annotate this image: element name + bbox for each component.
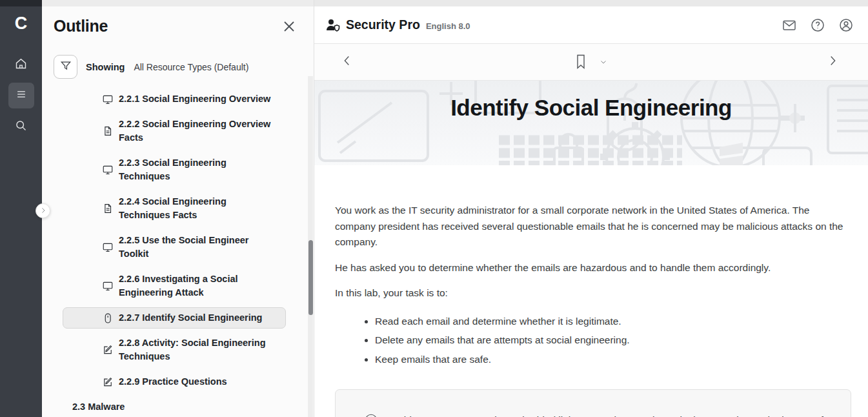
- document-icon: [102, 203, 114, 214]
- outline-item-label: 2.2.6 Investigating a Social Engineering…: [119, 272, 279, 300]
- monitor-icon: [102, 280, 114, 292]
- outline-item-selected[interactable]: 2.2.7 Identify Social Engineering: [63, 307, 286, 329]
- outline-section-header: 2.3 Malware: [63, 396, 286, 417]
- resource-filter-button[interactable]: [54, 55, 77, 79]
- mouse-icon: [102, 312, 114, 324]
- outline-list: 2.2.1 Social Engineering Overview 2.2.2 …: [63, 88, 287, 417]
- security-pro-logo-icon: [325, 17, 341, 33]
- outline-item[interactable]: 2.2.9 Practice Questions: [63, 371, 286, 392]
- rail-top-strip: [0, 0, 42, 6]
- outline-title: Outline: [54, 17, 108, 36]
- outline-scrollbar-thumb[interactable]: [308, 240, 313, 315]
- outline-item-label: 2.2.4 Social Engineering Techniques Fact…: [119, 195, 279, 222]
- close-icon: [281, 25, 297, 36]
- outline-item-label: 2.2.5 Use the Social Engineer Toolkit: [119, 234, 279, 261]
- hint-note-text: Hold your mouse over the embedded links …: [391, 412, 830, 417]
- main-top-strip: [314, 0, 868, 6]
- outline-item[interactable]: 2.2.2 Social Engineering Overview Facts: [63, 114, 286, 148]
- outline-item[interactable]: 2.2.1 Social Engineering Overview: [63, 88, 286, 110]
- outline-item-label: 2.2.7 Identify Social Engineering: [119, 311, 262, 325]
- chevron-right-icon: [825, 59, 840, 70]
- banner-background-pattern: [314, 81, 868, 165]
- app-header: Security Pro English 8.0: [314, 6, 868, 44]
- task-item: Read each email and determine whether it…: [375, 314, 827, 329]
- lab-scenario: You work as the IT security administrato…: [314, 165, 868, 417]
- app-window: C Outline: [0, 0, 868, 417]
- filter-icon: [59, 59, 72, 75]
- monitor-icon: [102, 164, 114, 176]
- search-icon: [14, 119, 28, 135]
- edit-icon: [102, 344, 114, 356]
- search-button[interactable]: [8, 114, 34, 139]
- outline-item-label: 2.2.3 Social Engineering Techniques: [119, 156, 279, 183]
- lesson-banner: Identify Social Engineering: [314, 81, 868, 165]
- task-item: Keep emails that are safe.: [375, 352, 827, 367]
- info-icon: [364, 413, 378, 417]
- edit-icon: [102, 376, 114, 388]
- outline-item[interactable]: 2.2.5 Use the Social Engineer Toolkit: [63, 230, 286, 265]
- outline-item-label: 2.2.2 Social Engineering Overview Facts: [119, 117, 279, 145]
- bookmark-button[interactable]: [574, 54, 589, 70]
- bookmark-icon: [574, 61, 587, 72]
- outline-item[interactable]: 2.2.3 Social Engineering Techniques: [63, 152, 286, 187]
- close-outline-button[interactable]: [281, 19, 297, 34]
- chevron-down-icon: [599, 57, 608, 68]
- chevron-left-icon: [340, 59, 354, 70]
- home-button[interactable]: [8, 52, 34, 77]
- document-icon: [102, 125, 114, 137]
- outline-item[interactable]: 2.2.6 Investigating a Social Engineering…: [63, 269, 286, 303]
- scenario-paragraph: In this lab, your task is to:: [335, 285, 845, 301]
- product-edition: English 8.0: [426, 21, 470, 31]
- bookmark-menu-button[interactable]: [599, 57, 608, 66]
- product-title: Security Pro: [346, 17, 420, 32]
- outline-panel: Outline Showing All Resource Types (Defa…: [42, 0, 314, 417]
- scenario-paragraph: He has asked you to determine whether th…: [335, 260, 845, 276]
- filter-showing-label: Showing: [86, 62, 125, 72]
- mail-icon: [782, 24, 797, 35]
- monitor-icon: [102, 241, 114, 253]
- account-button[interactable]: [838, 17, 854, 33]
- outline-item[interactable]: 2.2.4 Social Engineering Techniques Fact…: [63, 191, 286, 226]
- menu-icon: [15, 88, 28, 103]
- scenario-paragraph: You work as the IT security administrato…: [335, 203, 845, 250]
- outline-menu-button[interactable]: [8, 83, 34, 108]
- chevron-right-icon: [39, 205, 47, 217]
- filter-value: All Resource Types (Default): [134, 62, 248, 72]
- hint-note-box: Hold your mouse over the embedded links …: [335, 389, 851, 417]
- outline-scrollbar-track[interactable]: [308, 76, 313, 417]
- outline-section-label: 2.3 Malware: [72, 400, 125, 414]
- previous-lesson-button[interactable]: [340, 54, 357, 70]
- monitor-icon: [102, 94, 114, 105]
- task-item: Delete any emails that are attempts at s…: [375, 333, 827, 347]
- help-button[interactable]: [810, 17, 825, 33]
- profile-icon: [838, 24, 854, 35]
- lab-title: Identify Social Engineering: [314, 95, 868, 121]
- outline-item[interactable]: 2.2.8 Activity: Social Engineering Techn…: [63, 332, 286, 367]
- main-content: Security Pro English 8.0: [314, 0, 868, 417]
- messages-button[interactable]: [782, 17, 797, 33]
- task-list: Read each email and determine whether it…: [375, 314, 827, 367]
- lesson-navbar: [314, 44, 868, 81]
- outline-item-label: 2.2.9 Practice Questions: [119, 375, 227, 389]
- home-icon: [14, 57, 28, 73]
- collapse-rail-button[interactable]: [35, 203, 50, 218]
- panel-top-strip: [42, 0, 314, 6]
- outline-item-label: 2.2.8 Activity: Social Engineering Techn…: [119, 336, 279, 363]
- help-icon: [810, 24, 825, 35]
- outline-item-label: 2.2.1 Social Engineering Overview: [119, 92, 270, 106]
- app-logo[interactable]: C: [0, 6, 42, 40]
- next-lesson-button[interactable]: [825, 54, 842, 70]
